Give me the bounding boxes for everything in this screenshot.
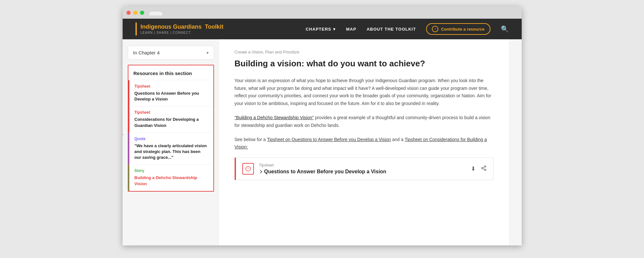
nav-links: CHAPTERS ▾ MAP ABOUT THE TOOLKIT ↑ Contr…	[306, 23, 509, 35]
svg-point-4	[481, 167, 483, 169]
page-title: Building a vision: what do you want to a…	[235, 58, 493, 69]
traffic-light-green[interactable]	[140, 11, 144, 15]
main-paragraph-3: See below for a Tipsheet on Questions to…	[235, 136, 493, 151]
nav-brand-colored: Toolkit	[205, 24, 224, 30]
nav-link-map[interactable]: MAP	[346, 27, 356, 32]
nav-brand-plain: Indigenous Guardians	[141, 24, 202, 30]
search-icon[interactable]: 🔍	[501, 25, 509, 33]
dehcho-link[interactable]: "Building a Dehcho Stewardship Vision"	[235, 115, 314, 120]
chapter-dropdown[interactable]: In Chapter 4 ▾	[128, 46, 214, 60]
main-paragraph-1: Your vision is an expression of what you…	[235, 77, 493, 108]
resource-item[interactable]: Tipsheet Considerations for Developing a…	[128, 106, 213, 132]
resource-type-label: Tipsheet	[135, 110, 208, 115]
nav-link-chapters[interactable]: CHAPTERS ▾	[306, 27, 336, 32]
nav-brand-subtitle: LEARN | SHARE | CONNECT	[141, 31, 224, 34]
tipsheet-card-title-text: Questions to Answer Before you Develop a…	[264, 169, 387, 175]
resource-type-label: Tipsheet	[135, 84, 208, 89]
tipsheet-card-icon	[242, 163, 254, 175]
paragraph3-pre: See below for a	[235, 137, 267, 142]
resource-item-title: Considerations for Developing a Guardian…	[135, 117, 208, 128]
chapter-dropdown-label: In Chapter 4	[133, 50, 160, 55]
share-icon[interactable]	[481, 165, 487, 173]
resource-item[interactable]: Story Building a Dehcho Stewardship Visi…	[128, 165, 213, 191]
paragraph3-mid: and a	[391, 137, 405, 142]
main-content: Create a Vision, Plan and Prioritize Bui…	[219, 39, 509, 245]
tipsheet-card-type: Tipsheet	[259, 163, 387, 167]
traffic-light-red[interactable]	[126, 11, 131, 15]
contribute-button[interactable]: ↑ Contribute a resource	[426, 23, 490, 35]
contribute-arrow-icon: ↑	[434, 26, 436, 32]
traffic-lights	[126, 11, 144, 15]
main-paragraph-2: "Building a Dehcho Stewardship Vision" p…	[235, 114, 493, 129]
red-arrow-indicator	[123, 133, 123, 137]
browser-tab	[149, 12, 162, 15]
nav-brand-title: Indigenous Guardians Toolkit	[141, 24, 224, 31]
red-arrow-head	[123, 133, 123, 137]
top-nav: Indigenous Guardians Toolkit LEARN | SHA…	[123, 19, 522, 39]
tipsheet-card-title[interactable]: Questions to Answer Before you Develop a…	[259, 169, 387, 175]
nav-about-label: ABOUT THE TOOLKIT	[367, 27, 416, 32]
download-icon[interactable]: ⬇	[471, 165, 476, 172]
svg-point-3	[484, 166, 486, 167]
resource-item-title: Building a Dehcho Stewardship Vision	[135, 175, 208, 186]
svg-line-6	[483, 168, 484, 169]
resource-type-label: Quote	[135, 137, 208, 141]
tipsheet-card-left: Tipsheet Questions to Answer Before you …	[242, 163, 387, 175]
nav-brand-text: Indigenous Guardians Toolkit LEARN | SHA…	[141, 24, 224, 35]
nav-map-label: MAP	[346, 27, 356, 32]
chapters-dropdown-icon: ▾	[333, 27, 336, 32]
chevron-icon	[258, 170, 262, 174]
sidebar: In Chapter 4 ▾ Resources in this section…	[123, 39, 219, 245]
svg-point-5	[484, 169, 486, 171]
resource-item-title: Questions to Answer Before you Develop a…	[135, 91, 208, 102]
resource-item[interactable]: Quote "We have a clearly articulated vis…	[128, 133, 213, 165]
breadcrumb: Create a Vision, Plan and Prioritize	[235, 50, 493, 54]
contribute-label: Contribute a resource	[441, 27, 484, 32]
resources-section: Resources in this section Tipsheet Quest…	[128, 65, 214, 192]
tipsheet-card[interactable]: Tipsheet Questions to Answer Before you …	[235, 158, 493, 180]
resources-title: Resources in this section	[128, 65, 213, 80]
tipsheet-link-1[interactable]: Tipsheet on Questions to Answer Before y…	[267, 137, 391, 142]
resource-type-label: Story	[135, 168, 208, 173]
nav-brand-bar	[135, 23, 137, 35]
resource-item-title: "We have a clearly articulated vision an…	[135, 143, 208, 161]
svg-line-7	[483, 167, 484, 168]
tipsheet-card-text: Tipsheet Questions to Answer Before you …	[259, 163, 387, 175]
resource-item[interactable]: Tipsheet Questions to Answer Before you …	[128, 80, 213, 106]
nav-chapters-label: CHAPTERS	[306, 27, 331, 32]
page-content: In Chapter 4 ▾ Resources in this section…	[123, 39, 522, 245]
tipsheet-card-actions: ⬇	[471, 165, 487, 173]
contribute-icon: ↑	[432, 26, 438, 32]
traffic-light-yellow[interactable]	[133, 11, 137, 15]
nav-link-about[interactable]: ABOUT THE TOOLKIT	[367, 27, 416, 32]
browser-window: Indigenous Guardians Toolkit LEARN | SHA…	[123, 6, 522, 245]
dropdown-arrow-icon: ▾	[207, 51, 209, 55]
browser-titlebar	[123, 6, 522, 19]
nav-brand: Indigenous Guardians Toolkit LEARN | SHA…	[135, 23, 224, 35]
